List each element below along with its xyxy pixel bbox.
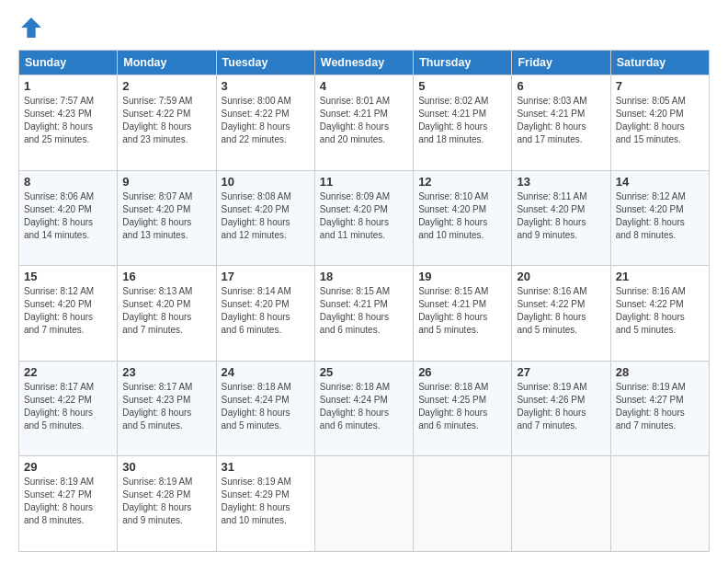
calendar-cell: 16Sunrise: 8:13 AM Sunset: 4:20 PM Dayli…: [118, 266, 216, 362]
calendar-cell: 6Sunrise: 8:03 AM Sunset: 4:21 PM Daylig…: [512, 75, 610, 171]
calendar-cell: 18Sunrise: 8:15 AM Sunset: 4:21 PM Dayli…: [314, 266, 413, 362]
day-number: 3: [222, 79, 310, 93]
calendar-cell: 31Sunrise: 8:19 AM Sunset: 4:29 PM Dayli…: [216, 456, 314, 552]
day-number: 5: [418, 79, 506, 93]
calendar-table: SundayMondayTuesdayWednesdayThursdayFrid…: [18, 50, 710, 552]
calendar-cell: 10Sunrise: 8:08 AM Sunset: 4:20 PM Dayli…: [216, 170, 314, 266]
day-info: Sunrise: 8:18 AM Sunset: 4:24 PM Dayligh…: [222, 381, 310, 432]
calendar-cell: 12Sunrise: 8:10 AM Sunset: 4:20 PM Dayli…: [414, 170, 512, 266]
day-info: Sunrise: 8:17 AM Sunset: 4:22 PM Dayligh…: [24, 381, 112, 432]
day-number: 22: [24, 365, 112, 379]
day-number: 26: [418, 365, 506, 379]
calendar-cell: 13Sunrise: 8:11 AM Sunset: 4:20 PM Dayli…: [512, 170, 610, 266]
day-info: Sunrise: 8:08 AM Sunset: 4:20 PM Dayligh…: [222, 190, 310, 242]
day-info: Sunrise: 8:12 AM Sunset: 4:20 PM Dayligh…: [616, 190, 704, 242]
calendar-week-2: 8Sunrise: 8:06 AM Sunset: 4:20 PM Daylig…: [19, 170, 710, 266]
day-info: Sunrise: 8:17 AM Sunset: 4:23 PM Dayligh…: [122, 381, 210, 432]
day-info: Sunrise: 8:18 AM Sunset: 4:24 PM Dayligh…: [320, 381, 408, 432]
calendar-cell: 26Sunrise: 8:18 AM Sunset: 4:25 PM Dayli…: [414, 361, 512, 456]
header: [18, 15, 710, 40]
calendar-cell: 21Sunrise: 8:16 AM Sunset: 4:22 PM Dayli…: [610, 266, 709, 362]
day-info: Sunrise: 8:00 AM Sunset: 4:22 PM Dayligh…: [222, 95, 310, 146]
day-info: Sunrise: 8:06 AM Sunset: 4:20 PM Dayligh…: [24, 190, 112, 242]
day-info: Sunrise: 8:12 AM Sunset: 4:20 PM Dayligh…: [24, 285, 112, 337]
calendar-cell: 11Sunrise: 8:09 AM Sunset: 4:20 PM Dayli…: [314, 170, 413, 266]
day-info: Sunrise: 8:03 AM Sunset: 4:21 PM Dayligh…: [517, 95, 605, 146]
calendar-week-4: 22Sunrise: 8:17 AM Sunset: 4:22 PM Dayli…: [19, 361, 710, 456]
day-info: Sunrise: 8:11 AM Sunset: 4:20 PM Dayligh…: [517, 190, 605, 242]
calendar-cell: 9Sunrise: 8:07 AM Sunset: 4:20 PM Daylig…: [118, 170, 216, 266]
day-number: 8: [24, 175, 112, 189]
day-info: Sunrise: 8:02 AM Sunset: 4:21 PM Dayligh…: [418, 95, 506, 146]
day-number: 18: [320, 270, 408, 283]
day-info: Sunrise: 8:14 AM Sunset: 4:20 PM Dayligh…: [222, 285, 310, 337]
day-info: Sunrise: 7:59 AM Sunset: 4:22 PM Dayligh…: [122, 95, 210, 146]
calendar-cell: 8Sunrise: 8:06 AM Sunset: 4:20 PM Daylig…: [19, 170, 118, 266]
calendar-cell: 25Sunrise: 8:18 AM Sunset: 4:24 PM Dayli…: [314, 361, 413, 456]
weekday-header-thursday: Thursday: [414, 51, 512, 75]
day-info: Sunrise: 8:09 AM Sunset: 4:20 PM Dayligh…: [320, 190, 408, 242]
calendar-cell: 7Sunrise: 8:05 AM Sunset: 4:20 PM Daylig…: [610, 75, 709, 171]
calendar-cell: 23Sunrise: 8:17 AM Sunset: 4:23 PM Dayli…: [118, 361, 216, 456]
calendar-cell: 19Sunrise: 8:15 AM Sunset: 4:21 PM Dayli…: [414, 266, 512, 362]
day-info: Sunrise: 7:57 AM Sunset: 4:23 PM Dayligh…: [24, 95, 112, 146]
weekday-header-wednesday: Wednesday: [314, 51, 413, 75]
page: SundayMondayTuesdayWednesdayThursdayFrid…: [0, 0, 728, 563]
day-number: 6: [517, 79, 605, 93]
calendar-cell: 3Sunrise: 8:00 AM Sunset: 4:22 PM Daylig…: [216, 75, 314, 171]
day-info: Sunrise: 8:19 AM Sunset: 4:27 PM Dayligh…: [24, 476, 112, 527]
day-number: 21: [616, 270, 704, 283]
weekday-header-sunday: Sunday: [19, 51, 118, 75]
calendar-cell: 4Sunrise: 8:01 AM Sunset: 4:21 PM Daylig…: [314, 75, 413, 171]
day-number: 14: [616, 175, 704, 189]
day-info: Sunrise: 8:19 AM Sunset: 4:27 PM Dayligh…: [616, 381, 704, 432]
day-number: 30: [122, 460, 210, 474]
day-number: 4: [320, 79, 408, 93]
calendar-cell: 20Sunrise: 8:16 AM Sunset: 4:22 PM Dayli…: [512, 266, 610, 362]
weekday-header-row: SundayMondayTuesdayWednesdayThursdayFrid…: [19, 51, 710, 75]
logo: [18, 15, 48, 40]
calendar-cell: 1Sunrise: 7:57 AM Sunset: 4:23 PM Daylig…: [19, 75, 118, 171]
calendar-cell: 29Sunrise: 8:19 AM Sunset: 4:27 PM Dayli…: [19, 456, 118, 552]
day-number: 15: [24, 270, 112, 283]
day-number: 31: [222, 460, 310, 474]
calendar-week-5: 29Sunrise: 8:19 AM Sunset: 4:27 PM Dayli…: [19, 456, 710, 552]
weekday-header-tuesday: Tuesday: [216, 51, 314, 75]
calendar-cell: 28Sunrise: 8:19 AM Sunset: 4:27 PM Dayli…: [610, 361, 709, 456]
day-number: 9: [122, 175, 210, 189]
calendar-cell: 30Sunrise: 8:19 AM Sunset: 4:28 PM Dayli…: [118, 456, 216, 552]
day-number: 1: [24, 79, 112, 93]
calendar-cell: 24Sunrise: 8:18 AM Sunset: 4:24 PM Dayli…: [216, 361, 314, 456]
day-number: 29: [24, 460, 112, 474]
day-info: Sunrise: 8:18 AM Sunset: 4:25 PM Dayligh…: [418, 381, 506, 432]
calendar-week-3: 15Sunrise: 8:12 AM Sunset: 4:20 PM Dayli…: [19, 266, 710, 362]
calendar-cell: 27Sunrise: 8:19 AM Sunset: 4:26 PM Dayli…: [512, 361, 610, 456]
calendar-cell: [512, 456, 610, 552]
day-info: Sunrise: 8:07 AM Sunset: 4:20 PM Dayligh…: [122, 190, 210, 242]
calendar-cell: [314, 456, 413, 552]
day-number: 19: [418, 270, 506, 283]
day-number: 16: [122, 270, 210, 283]
day-number: 12: [418, 175, 506, 189]
day-info: Sunrise: 8:13 AM Sunset: 4:20 PM Dayligh…: [122, 285, 210, 337]
weekday-header-saturday: Saturday: [610, 51, 709, 75]
weekday-header-monday: Monday: [118, 51, 216, 75]
day-info: Sunrise: 8:19 AM Sunset: 4:26 PM Dayligh…: [517, 381, 605, 432]
day-number: 24: [222, 365, 310, 379]
day-number: 11: [320, 175, 408, 189]
calendar-week-1: 1Sunrise: 7:57 AM Sunset: 4:23 PM Daylig…: [19, 75, 710, 171]
weekday-header-friday: Friday: [512, 51, 610, 75]
day-number: 17: [222, 270, 310, 283]
day-number: 13: [517, 175, 605, 189]
day-info: Sunrise: 8:15 AM Sunset: 4:21 PM Dayligh…: [418, 285, 506, 337]
calendar-cell: 15Sunrise: 8:12 AM Sunset: 4:20 PM Dayli…: [19, 266, 118, 362]
svg-marker-0: [21, 17, 41, 38]
day-info: Sunrise: 8:05 AM Sunset: 4:20 PM Dayligh…: [616, 95, 704, 146]
day-info: Sunrise: 8:19 AM Sunset: 4:29 PM Dayligh…: [222, 476, 310, 527]
day-number: 10: [222, 175, 310, 189]
day-info: Sunrise: 8:10 AM Sunset: 4:20 PM Dayligh…: [418, 190, 506, 242]
calendar-cell: 14Sunrise: 8:12 AM Sunset: 4:20 PM Dayli…: [610, 170, 709, 266]
calendar-cell: 5Sunrise: 8:02 AM Sunset: 4:21 PM Daylig…: [414, 75, 512, 171]
day-info: Sunrise: 8:16 AM Sunset: 4:22 PM Dayligh…: [517, 285, 605, 337]
day-number: 28: [616, 365, 704, 379]
